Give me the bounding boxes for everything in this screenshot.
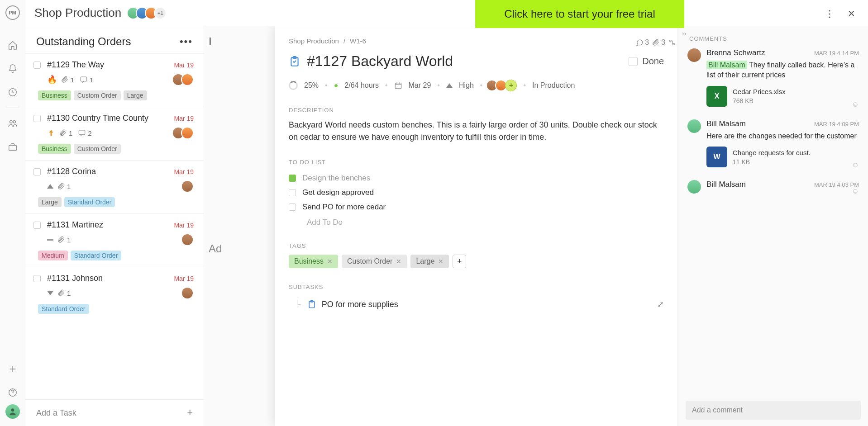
user-avatar[interactable] [5, 404, 20, 419]
checkbox[interactable] [33, 115, 41, 122]
column-menu-icon[interactable]: ••• [180, 36, 193, 47]
avatar[interactable] [181, 233, 194, 246]
expand-icon[interactable]: ⤢ [657, 299, 664, 309]
comments-count[interactable]: 3 [635, 38, 649, 47]
add-task[interactable]: Add a Task + [25, 399, 204, 426]
todo-checkbox[interactable] [289, 175, 296, 182]
logo-icon[interactable]: PM [5, 5, 20, 20]
avatar[interactable] [181, 73, 194, 86]
task-card[interactable]: #1131 Johnson Mar 19 1 Standard Order [25, 267, 204, 320]
task-card[interactable]: #1130 Country Time County Mar 19 1 2 Bus… [25, 107, 204, 160]
tag[interactable]: Medium [38, 251, 68, 260]
trial-banner[interactable]: Click here to start your free trial [475, 0, 684, 28]
done-checkbox[interactable] [629, 57, 638, 66]
checkbox[interactable] [33, 275, 41, 282]
svg-rect-10 [395, 83, 401, 89]
add-assignee-icon[interactable]: + [505, 80, 517, 91]
tag[interactable]: Standard Order [64, 197, 115, 207]
todo-item[interactable]: Send PO for more cedar [289, 200, 664, 214]
todo-checkbox[interactable] [289, 204, 296, 211]
subtask-item[interactable]: └ PO for more supplies ⤢ [302, 296, 664, 313]
tag[interactable]: Large [38, 197, 62, 207]
people-icon[interactable] [7, 118, 18, 129]
tag[interactable]: Business✕ [289, 255, 338, 268]
avatar[interactable] [687, 119, 701, 133]
bell-icon[interactable] [7, 63, 18, 74]
collapse-icon[interactable]: ›› [682, 30, 686, 37]
remove-tag-icon[interactable]: ✕ [438, 258, 444, 265]
clock-icon[interactable] [7, 87, 18, 98]
file-icon: W [706, 147, 727, 167]
section-tags: TAGS [289, 242, 664, 249]
mention[interactable]: Bill Malsam [706, 61, 747, 69]
attachments-count[interactable]: 3 [652, 38, 665, 47]
react-icon[interactable]: ☺ [852, 100, 859, 109]
header-avatars[interactable]: +1 [130, 7, 167, 19]
task-card[interactable]: #1129 The Way Mar 19 🔥 1 1 BusinessCusto… [25, 53, 204, 107]
tag[interactable]: Large [124, 90, 147, 100]
briefcase-icon[interactable] [7, 142, 18, 152]
remove-tag-icon[interactable]: ✕ [327, 258, 333, 265]
progress-ring-icon[interactable] [289, 81, 298, 90]
checkbox[interactable] [33, 62, 41, 69]
breadcrumb-project[interactable]: Shop Production [289, 37, 339, 45]
comment-text: Here are the changes needed for the cust… [706, 131, 859, 141]
add-tag-button[interactable]: + [453, 255, 466, 268]
avatar[interactable] [687, 180, 701, 194]
task-card[interactable]: #1128 Corina Mar 19 1 LargeStandard Orde… [25, 160, 204, 213]
column-next-peek: I Ad [204, 26, 222, 426]
home-icon[interactable] [7, 40, 18, 51]
tag[interactable]: Custom Order [74, 144, 121, 154]
tag[interactable]: Standard Order [38, 304, 89, 314]
progress-pct[interactable]: 25% [304, 81, 319, 90]
status[interactable]: In Production [532, 81, 575, 90]
todo-checkbox[interactable] [289, 189, 296, 196]
tag[interactable]: Business [38, 144, 71, 154]
remove-tag-icon[interactable]: ✕ [396, 258, 401, 265]
react-icon[interactable]: ☺ [852, 161, 859, 169]
todo-item[interactable]: Design the benches [289, 171, 664, 185]
tag[interactable]: Standard Order [71, 251, 122, 260]
avatar[interactable] [181, 180, 194, 193]
checkbox[interactable] [33, 222, 41, 229]
tag[interactable]: Custom Order✕ [342, 255, 407, 268]
avatar[interactable] [181, 287, 194, 299]
help-icon[interactable] [7, 387, 18, 398]
tag[interactable]: Large✕ [410, 255, 449, 268]
attachment[interactable]: W Change requests for cust. 11 KB [706, 147, 859, 167]
avatar[interactable] [687, 48, 701, 62]
kebab-menu-icon[interactable]: ⋮ [825, 8, 834, 19]
priority-none-icon [47, 239, 53, 241]
assignees[interactable]: + [489, 80, 517, 91]
column-outstanding: Outstanding Orders ••• #1129 The Way Mar… [25, 26, 204, 426]
plus-icon[interactable] [7, 364, 18, 374]
section-todo: TO DO LIST [289, 159, 664, 166]
comment-time: MAR 19 4:09 PM [814, 121, 859, 128]
description-text[interactable]: Backyard World needs custom benches. Thi… [289, 119, 664, 143]
attachment-icon [57, 289, 65, 297]
breadcrumb-item[interactable]: W1-6 [350, 37, 366, 45]
task-card[interactable]: #1131 Martinez Mar 19 1 MediumStandard O… [25, 213, 204, 267]
react-icon[interactable]: ☺ [852, 187, 859, 195]
priority[interactable]: High [459, 81, 474, 90]
close-icon[interactable]: ✕ [848, 8, 855, 19]
breadcrumb: Shop Production / W1-6 [289, 37, 664, 45]
attachment[interactable]: X Cedar Prices.xlsx 768 KB [706, 86, 859, 107]
due-date[interactable]: Mar 29 [409, 81, 431, 90]
tag[interactable]: Custom Order [74, 90, 121, 100]
priority-icon [446, 83, 453, 88]
comment-input[interactable]: Add a comment [686, 401, 861, 420]
comment-author[interactable]: Brenna Schwartz [706, 48, 765, 57]
todo-item[interactable]: Get design approved [289, 185, 664, 200]
plus-icon[interactable]: + [187, 407, 193, 419]
avatar[interactable] [181, 127, 194, 139]
hours[interactable]: 2/64 hours [344, 81, 379, 90]
avatar-more[interactable]: +1 [154, 7, 167, 19]
task-title[interactable]: #1127 Backyard World [307, 53, 629, 70]
add-todo[interactable]: Add To Do [289, 214, 664, 227]
tag[interactable]: Business [38, 90, 71, 100]
arrow-up-icon [47, 129, 55, 137]
comment-author[interactable]: Bill Malsam [706, 119, 746, 128]
checkbox[interactable] [33, 168, 41, 175]
comment-author[interactable]: Bill Malsam [706, 180, 746, 189]
